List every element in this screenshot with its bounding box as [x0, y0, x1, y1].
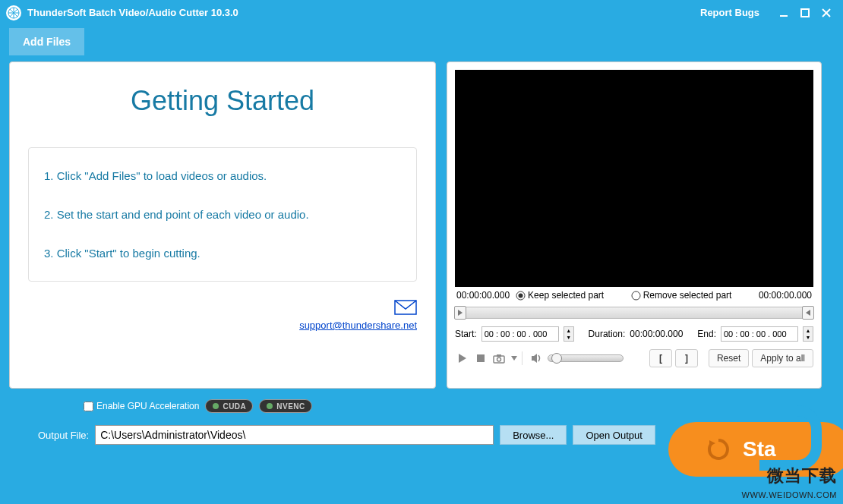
- svg-point-18: [497, 358, 501, 361]
- video-preview[interactable]: [455, 70, 813, 287]
- start-button-label: Sta: [743, 437, 776, 461]
- trim-handle-end[interactable]: [802, 306, 814, 320]
- step-3-text: 3. Click "Start" to begin cutting.: [44, 247, 401, 260]
- step-1-text: 1. Click "Add Files" to load videos or a…: [44, 169, 401, 182]
- start-time-input[interactable]: [481, 326, 559, 342]
- stop-button[interactable]: [473, 351, 488, 366]
- trim-handle-start[interactable]: [454, 306, 466, 320]
- play-button[interactable]: [455, 351, 470, 366]
- cuda-badge: CUDA: [205, 399, 253, 413]
- svg-marker-21: [532, 354, 537, 363]
- maximize-button[interactable]: [794, 2, 816, 24]
- volume-knob[interactable]: [551, 353, 562, 364]
- step-2-text: 2. Set the start and end point of each v…: [44, 208, 401, 221]
- keep-selected-radio[interactable]: Keep selected part: [516, 290, 604, 301]
- report-bugs-link[interactable]: Report Bugs: [700, 7, 759, 18]
- start-label: Start:: [455, 329, 477, 339]
- mark-in-button[interactable]: [: [649, 349, 672, 367]
- svg-marker-20: [511, 356, 517, 361]
- output-file-label: Output File:: [38, 430, 89, 441]
- refresh-icon: [706, 437, 731, 461]
- gpu-label-text: Enable GPU Acceleration: [96, 401, 199, 411]
- gpu-checkbox[interactable]: [84, 402, 93, 411]
- titlebar: ThunderSoft Batch Video/Audio Cutter 10.…: [0, 0, 843, 25]
- apply-to-all-button[interactable]: Apply to all: [752, 349, 813, 367]
- app-title: ThunderSoft Batch Video/Audio Cutter 10.…: [27, 7, 700, 18]
- remove-selected-radio[interactable]: Remove selected part: [631, 290, 732, 301]
- svg-rect-19: [497, 354, 501, 357]
- app-logo-icon: [6, 5, 21, 20]
- end-label: End:: [697, 329, 716, 339]
- svg-rect-16: [477, 354, 485, 362]
- svg-marker-14: [806, 310, 810, 316]
- close-button[interactable]: [816, 2, 837, 24]
- duration-label: Duration:: [589, 329, 626, 339]
- svg-point-11: [519, 293, 523, 298]
- open-output-button[interactable]: Open Output: [573, 425, 655, 445]
- toolbar: Add Files: [0, 25, 843, 61]
- duration-value: 00:00:00.000: [630, 329, 683, 339]
- add-files-button[interactable]: Add Files: [9, 28, 84, 55]
- keep-selected-label: Keep selected part: [528, 290, 604, 301]
- snapshot-menu-icon[interactable]: [510, 351, 519, 366]
- svg-marker-13: [458, 310, 463, 316]
- start-spinner[interactable]: ▲▼: [564, 326, 574, 342]
- volume-slider[interactable]: [548, 354, 624, 362]
- gpu-checkbox-label[interactable]: Enable GPU Acceleration: [84, 401, 199, 411]
- end-time-input[interactable]: [721, 326, 798, 342]
- svg-marker-24: [709, 440, 715, 446]
- support-email-link[interactable]: support@thundershare.net: [28, 320, 417, 331]
- svg-point-12: [632, 291, 640, 300]
- nvenc-badge: NVENC: [259, 399, 312, 413]
- getting-started-panel: Getting Started 1. Click "Add Files" to …: [9, 61, 436, 389]
- svg-rect-6: [801, 9, 809, 17]
- mark-out-button[interactable]: ]: [675, 349, 698, 367]
- preview-panel: 00:00:00.000 Keep selected part Remove s…: [447, 61, 822, 389]
- start-button[interactable]: Sta: [668, 422, 843, 477]
- svg-point-23: [267, 403, 273, 409]
- svg-marker-15: [459, 354, 466, 363]
- remove-selected-label: Remove selected part: [643, 290, 732, 301]
- svg-point-22: [213, 403, 219, 409]
- getting-started-title: Getting Started: [28, 85, 417, 117]
- end-spinner[interactable]: ▲▼: [803, 326, 813, 342]
- minimize-button[interactable]: [773, 2, 794, 24]
- output-path-input[interactable]: [95, 425, 494, 445]
- volume-button[interactable]: [529, 351, 545, 366]
- mail-icon: [394, 300, 417, 318]
- browse-button[interactable]: Browse...: [500, 425, 567, 445]
- snapshot-button[interactable]: [491, 351, 507, 366]
- time-end-display: 00:00:00.000: [759, 290, 812, 301]
- steps-box: 1. Click "Add Files" to load videos or a…: [28, 147, 417, 282]
- reset-button[interactable]: Reset: [709, 349, 749, 367]
- trim-slider[interactable]: [455, 307, 813, 319]
- time-start-display: 00:00:00.000: [456, 290, 510, 301]
